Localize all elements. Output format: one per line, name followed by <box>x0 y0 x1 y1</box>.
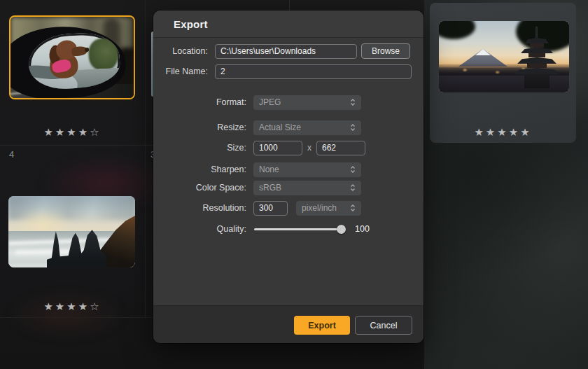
color-space-value: sRGB <box>259 183 281 193</box>
size-width-input[interactable] <box>253 141 302 155</box>
resolution-unit-dropdown[interactable]: pixel/inch <box>296 201 361 216</box>
location-label: Location: <box>153 46 215 56</box>
thumbnail-pagoda-fuji[interactable] <box>439 21 569 92</box>
resize-value: Actual Size <box>259 123 301 132</box>
size-row: Size: x <box>153 140 412 155</box>
star-rating-pagoda[interactable]: ★★★★★ <box>430 126 576 139</box>
grid-divider-top <box>289 0 290 11</box>
color-space-row: Color Space: sRGB <box>153 180 412 195</box>
pagoda-art-roof-4 <box>514 68 559 74</box>
format-dropdown[interactable]: JPEG <box>253 95 361 110</box>
format-row: Format: JPEG <box>153 95 412 110</box>
updown-chevron-icon <box>350 123 356 132</box>
file-name-input[interactable] <box>215 64 412 79</box>
export-dialog-footer: Export Cancel <box>153 305 424 343</box>
export-dialog-header: Export <box>153 11 424 38</box>
sharpen-label: Sharpen: <box>153 165 253 174</box>
pagoda-art-base <box>524 74 550 88</box>
quality-slider-track[interactable] <box>254 228 341 230</box>
photo-app-export-screen: 4 3 ★★★★☆ ★★★★☆ <box>0 0 588 369</box>
updown-chevron-icon <box>350 204 356 212</box>
background-warm-glow <box>7 291 126 340</box>
file-name-row: File Name: <box>153 64 412 79</box>
format-label: Format: <box>153 97 253 107</box>
pagoda-art-roof-3 <box>517 57 556 64</box>
sharpen-value: None <box>259 165 279 174</box>
file-name-label: File Name: <box>153 67 215 76</box>
format-value: JPEG <box>259 97 281 107</box>
resize-label: Resize: <box>153 123 253 132</box>
pagoda-art-roof-1 <box>525 38 549 43</box>
cell-number-4: 4 <box>9 149 14 160</box>
resolution-label: Resolution: <box>153 203 253 213</box>
resolution-input[interactable] <box>253 201 288 216</box>
export-button[interactable]: Export <box>294 316 350 335</box>
thumbnail-dog-in-car-mirror[interactable] <box>9 15 135 99</box>
cancel-button[interactable]: Cancel <box>355 316 412 335</box>
grid-divider-horizontal-1 <box>0 145 153 146</box>
size-height-input[interactable] <box>316 141 365 155</box>
color-space-dropdown[interactable]: sRGB <box>253 181 361 195</box>
quality-label: Quality: <box>153 224 253 234</box>
dialog-title: Export <box>174 18 208 30</box>
thumbnail-sea-stacks[interactable] <box>8 196 135 267</box>
pagoda-art-roof-2 <box>521 48 553 53</box>
updown-chevron-icon <box>350 183 356 192</box>
resize-dropdown[interactable]: Actual Size <box>253 120 361 135</box>
gallery-cell-highlighted[interactable]: ★★★★★ <box>430 3 576 143</box>
quality-slider-handle[interactable] <box>337 225 346 234</box>
export-dialog: Export Location: Browse File Name: Forma… <box>153 11 424 343</box>
pagoda-art-pagoda-silhouette <box>514 27 559 88</box>
quality-row: Quality: 100 <box>153 221 412 237</box>
sharpen-row: Sharpen: None <box>153 162 412 177</box>
pagoda-art-tier-1 <box>530 43 544 48</box>
pagoda-art-tier-2 <box>528 53 545 57</box>
sharpen-dropdown[interactable]: None <box>253 162 361 177</box>
size-label: Size: <box>153 143 253 153</box>
updown-chevron-icon <box>350 98 356 106</box>
location-input[interactable] <box>215 44 357 59</box>
location-row: Location: Browse <box>153 43 412 59</box>
quality-value: 100 <box>355 224 370 234</box>
star-rating-dog[interactable]: ★★★★☆ <box>0 126 145 139</box>
size-separator: x <box>307 143 312 153</box>
pagoda-art-tier-3 <box>527 64 547 68</box>
color-space-label: Color Space: <box>153 183 253 193</box>
pagoda-art-spire <box>536 27 538 39</box>
updown-chevron-icon <box>350 165 356 174</box>
browse-button[interactable]: Browse <box>361 43 410 59</box>
resize-row: Resize: Actual Size <box>153 120 412 135</box>
grid-divider-vertical <box>145 0 146 319</box>
resolution-unit-value: pixel/inch <box>302 203 337 213</box>
resolution-row: Resolution: pixel/inch <box>153 200 412 216</box>
grid-divider-horizontal-2 <box>0 317 153 318</box>
star-rating-seascape[interactable]: ★★★★☆ <box>0 300 145 313</box>
